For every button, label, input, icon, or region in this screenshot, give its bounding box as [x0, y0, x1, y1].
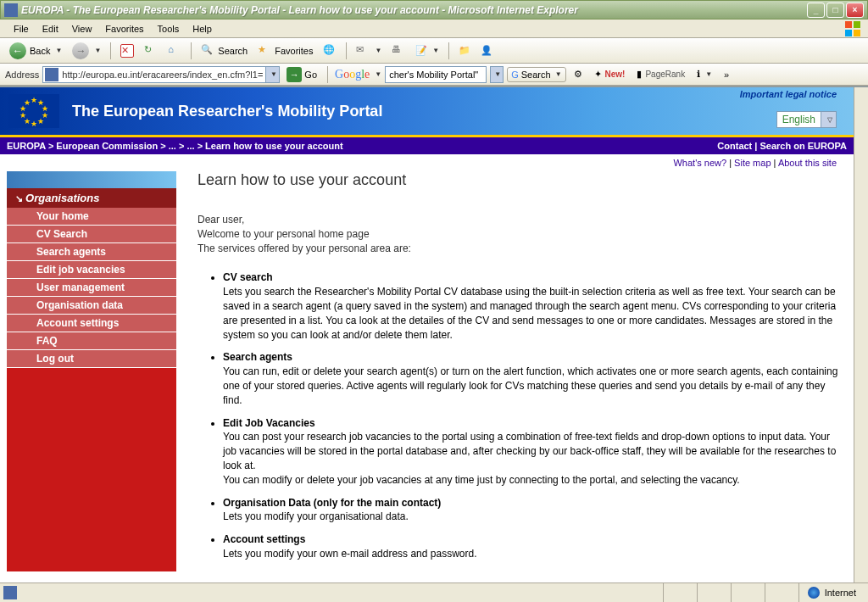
pagerank-label: PageRank	[645, 70, 685, 79]
home-button[interactable]: ⌂	[164, 42, 186, 60]
sidebar-item-logout[interactable]: Log out	[7, 350, 176, 368]
chevron-down-icon: ▼	[270, 70, 277, 78]
search-label: Search	[521, 70, 551, 80]
menu-favorites[interactable]: Favorites	[98, 22, 150, 36]
sidebar-item-faq[interactable]: FAQ	[7, 332, 176, 350]
google-search-input[interactable]	[386, 70, 486, 80]
maximize-button[interactable]: □	[826, 3, 844, 18]
new-icon: ✦	[594, 69, 602, 80]
sidebar-item-home[interactable]: Your home	[7, 208, 176, 226]
dropdown-icon: ▼	[55, 47, 62, 54]
search-button[interactable]: 🔍 Search	[197, 42, 252, 60]
toolbar: ← Back ▼ → ▼ ✕ ↻ ⌂ 🔍 Search ★ Favorites …	[0, 38, 868, 64]
google-search-button[interactable]: G Search ▼	[507, 67, 565, 82]
service-title: Account settings	[223, 532, 838, 547]
back-button[interactable]: ← Back ▼	[5, 40, 66, 62]
edit-button[interactable]: 📝▼	[411, 42, 443, 59]
more-button[interactable]: »	[720, 67, 733, 82]
address-label: Address	[5, 70, 39, 80]
media-button[interactable]: 🌐	[319, 42, 341, 60]
service-title: Edit Job Vacancies	[223, 416, 838, 431]
sidebar-item-editvacancies[interactable]: Edit job vacancies	[7, 261, 176, 279]
status-section	[765, 583, 798, 602]
status-section	[697, 583, 731, 602]
favorites-label: Favorites	[275, 46, 313, 56]
sidebar-item-orgdata[interactable]: Organisation data	[7, 297, 176, 315]
svg-rect-2	[845, 30, 852, 36]
contact-link[interactable]: Contact	[717, 141, 752, 151]
new-label: New!	[605, 70, 626, 79]
intro-line2: Welcome to your personal home page	[198, 227, 838, 242]
about-link[interactable]: About this site	[778, 158, 837, 168]
main-content: Learn how to use your account Dear user,…	[176, 171, 847, 578]
services-list: CV search Lets you search the Researcher…	[198, 270, 838, 560]
service-desc: You can post your research job vacancies…	[223, 431, 836, 485]
edit-icon: 📝	[415, 45, 427, 56]
minimize-button[interactable]: _	[807, 3, 825, 18]
info-button[interactable]: ℹ▼	[693, 66, 716, 82]
address-dropdown[interactable]: ▼	[265, 67, 279, 82]
star-icon: ★	[258, 44, 271, 58]
go-button[interactable]: → Go	[283, 65, 320, 84]
sidebar-item-usermgmt[interactable]: User management	[7, 279, 176, 297]
forward-button[interactable]: → ▼	[68, 40, 105, 62]
address-input[interactable]	[60, 70, 265, 80]
favorites-button[interactable]: ★ Favorites	[253, 42, 317, 60]
close-button[interactable]: ×	[846, 3, 864, 18]
google-search-wrap	[385, 66, 487, 83]
intro-line1: Dear user,	[198, 213, 838, 227]
dropdown-icon[interactable]: ▼	[375, 70, 381, 78]
sitemap-link[interactable]: Site map	[734, 158, 771, 168]
home-icon: ⌂	[168, 44, 181, 58]
ie-icon	[4, 3, 18, 17]
menu-tools[interactable]: Tools	[151, 22, 186, 36]
info-icon: ℹ	[697, 69, 700, 80]
go-icon: →	[287, 67, 302, 82]
breadcrumb-path[interactable]: EUROPA > European Commission > ... > ...…	[7, 141, 343, 151]
mail-icon: ✉	[356, 44, 370, 58]
sidebar-item-searchagents[interactable]: Search agents	[7, 243, 176, 261]
pagerank-button[interactable]: ▮ PageRank	[632, 66, 689, 82]
messenger-button[interactable]: 👤	[476, 42, 497, 59]
menu-view[interactable]: View	[65, 22, 99, 36]
service-item: CV search Lets you search the Researcher…	[223, 270, 838, 342]
print-icon: 🖶	[392, 44, 405, 58]
go-label: Go	[304, 70, 317, 80]
dropdown-icon: ▼	[555, 70, 562, 78]
zone-label: Internet	[825, 588, 856, 598]
menu-help[interactable]: Help	[186, 22, 219, 36]
vertical-scrollbar[interactable]	[854, 87, 868, 582]
mail-button[interactable]: ✉▼	[352, 42, 386, 60]
language-dropdown-button[interactable]: ▽	[821, 112, 836, 127]
google-options-button[interactable]: ⚙	[570, 66, 587, 82]
whats-new-link[interactable]: What's new?	[673, 158, 726, 168]
google-new-button[interactable]: ✦ New!	[590, 66, 630, 82]
window-titlebar: EUROPA - The European Researcher's Mobil…	[0, 0, 868, 20]
page-title: Learn how to use your account	[198, 171, 838, 189]
google-logo: Google	[335, 68, 370, 81]
print-button[interactable]: 🖶	[387, 42, 409, 60]
sidebar-item-cvsearch[interactable]: CV Search	[7, 226, 176, 243]
chevron-down-icon: ▼	[494, 70, 501, 78]
stop-button[interactable]: ✕	[116, 42, 138, 60]
search-label: Search	[218, 46, 248, 56]
stop-icon: ✕	[120, 44, 134, 58]
sidebar-item-accountsettings[interactable]: Account settings	[7, 315, 176, 332]
service-title: Organisation Data (only for the main con…	[223, 496, 838, 510]
sidebar-banner	[7, 171, 176, 188]
main-layout: Organisations Your home CV Search Search…	[0, 171, 854, 578]
status-zone: Internet	[798, 583, 865, 602]
menu-edit[interactable]: Edit	[36, 22, 65, 36]
menu-file[interactable]: File	[7, 22, 36, 36]
service-item: Organisation Data (only for the main con…	[223, 496, 838, 525]
sublinks: What's new? | Site map | About this site	[0, 154, 854, 171]
portal-title: The European Researcher's Mobility Porta…	[72, 103, 382, 120]
legal-notice-link[interactable]: Important legal notice	[740, 89, 837, 99]
refresh-button[interactable]: ↻	[140, 42, 162, 60]
google-dropdown[interactable]: ▼	[490, 66, 504, 83]
search-europa-link[interactable]: Search on EUROPA	[760, 141, 848, 151]
discuss-button[interactable]: 📁	[454, 42, 475, 59]
more-icon: »	[724, 70, 729, 80]
search-icon: 🔍	[201, 44, 214, 58]
language-selector[interactable]: English ▽	[776, 111, 837, 128]
